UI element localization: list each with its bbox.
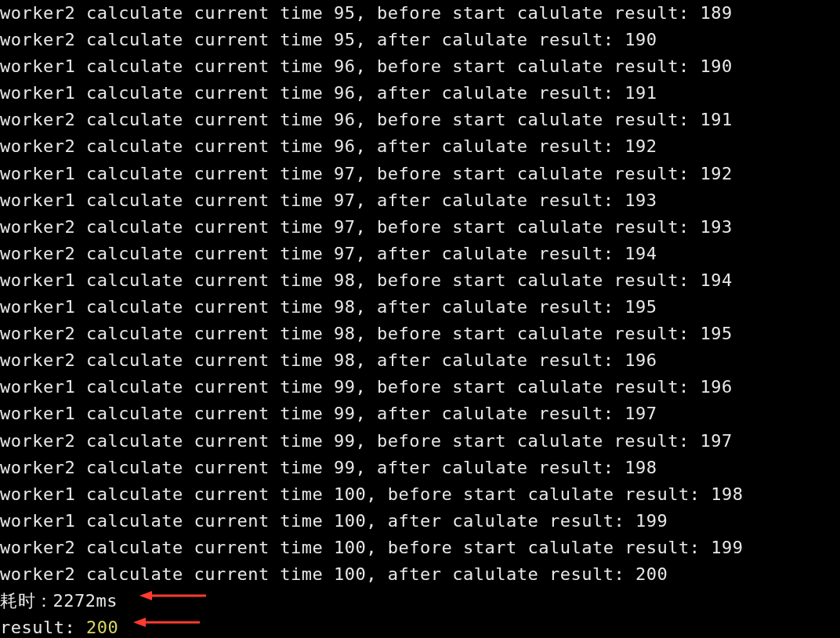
log-line: worker2 calculate current time 95, befor…: [0, 0, 840, 27]
log-line: worker1 calculate current time 100, befo…: [0, 481, 840, 508]
log-line: worker2 calculate current time 95, after…: [0, 27, 840, 53]
log-line: worker1 calculate current time 99, befor…: [0, 374, 840, 401]
log-line: worker1 calculate current time 98, after…: [0, 294, 840, 321]
log-line: worker2 calculate current time 97, befor…: [0, 214, 840, 241]
log-line: worker1 calculate current time 97, after…: [0, 187, 840, 214]
log-line: worker2 calculate current time 100, afte…: [0, 561, 840, 588]
log-container: worker2 calculate current time 95, befor…: [0, 0, 840, 588]
log-line: worker2 calculate current time 96, after…: [0, 133, 840, 160]
elapsed-label: 耗时：: [0, 591, 53, 611]
elapsed-line: 耗时：2272ms: [0, 588, 840, 614]
terminal-output: worker2 calculate current time 95, befor…: [0, 0, 840, 638]
elapsed-value: 2272ms: [53, 591, 118, 611]
log-line: worker2 calculate current time 99, befor…: [0, 428, 840, 455]
result-label: result:: [0, 618, 86, 637]
log-line: worker2 calculate current time 100, befo…: [0, 535, 840, 561]
result-value: 200: [86, 618, 118, 637]
log-line: worker2 calculate current time 98, after…: [0, 347, 840, 374]
log-line: worker1 calculate current time 97, befor…: [0, 161, 840, 187]
result-line: result: 200: [0, 614, 840, 638]
log-line: worker2 calculate current time 98, befor…: [0, 321, 840, 347]
log-line: worker2 calculate current time 96, befor…: [0, 107, 840, 133]
log-line: worker1 calculate current time 98, befor…: [0, 267, 840, 294]
log-line: worker2 calculate current time 99, after…: [0, 455, 840, 481]
log-line: worker1 calculate current time 96, after…: [0, 80, 840, 107]
log-line: worker1 calculate current time 100, afte…: [0, 508, 840, 535]
log-line: worker1 calculate current time 99, after…: [0, 401, 840, 427]
log-line: worker1 calculate current time 96, befor…: [0, 53, 840, 80]
log-line: worker2 calculate current time 97, after…: [0, 241, 840, 267]
